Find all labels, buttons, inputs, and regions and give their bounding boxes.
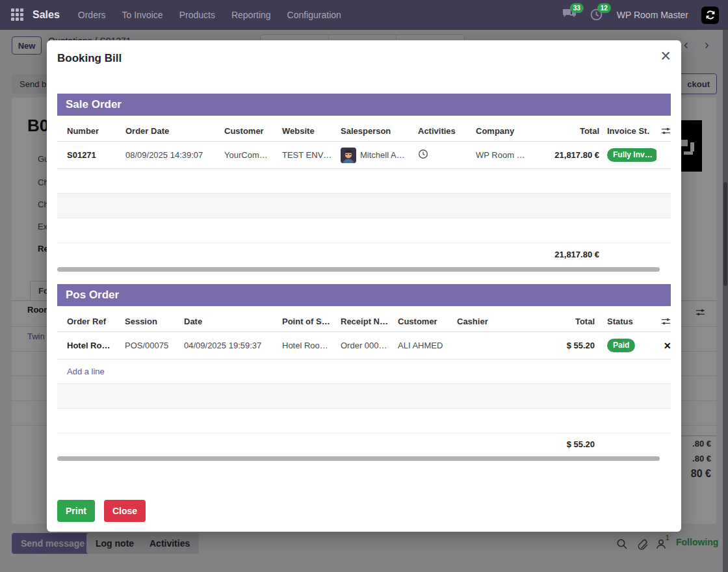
sale-order-header-row: Number Order Date Customer Website Sales… bbox=[57, 121, 671, 142]
total-cell: $ 55.20 bbox=[522, 341, 595, 350]
invoice-status-cell: Fully Inv… bbox=[599, 148, 656, 162]
invoice-status-badge: Fully Inv… bbox=[607, 148, 656, 162]
activities-badge: 12 bbox=[597, 3, 611, 13]
pos-order-section-title: Pos Order bbox=[57, 284, 671, 306]
column-header[interactable]: Order Ref bbox=[67, 317, 125, 326]
column-header[interactable]: Cashier bbox=[457, 317, 522, 326]
activity-clock-icon bbox=[418, 149, 428, 159]
empty-row bbox=[57, 169, 671, 194]
activities-cell[interactable] bbox=[418, 149, 476, 161]
point-of-sale-cell: Hotel Roo… bbox=[282, 341, 341, 350]
nav-products[interactable]: Products bbox=[179, 10, 215, 20]
customer-cell: YourCom… bbox=[224, 150, 282, 160]
nav-configuration[interactable]: Configuration bbox=[287, 10, 341, 20]
app-name[interactable]: Sales bbox=[32, 9, 60, 21]
navbar-systray: 33 12 WP Room Master bbox=[562, 6, 728, 24]
sync-icon[interactable] bbox=[701, 6, 719, 24]
nav-reporting[interactable]: Reporting bbox=[231, 10, 271, 20]
horizontal-scrollbar[interactable] bbox=[57, 267, 660, 272]
empty-row bbox=[57, 218, 671, 243]
column-header[interactable]: Order Date bbox=[125, 126, 224, 136]
column-header[interactable]: Receipt N… bbox=[341, 317, 398, 326]
activities-icon[interactable]: 12 bbox=[590, 8, 604, 22]
booking-bill-dialog: Booking Bill × Sale Order Number Order D… bbox=[47, 40, 681, 532]
dialog-body: Sale Order Number Order Date Customer We… bbox=[47, 94, 681, 461]
customer-cell: ALI AHMED bbox=[398, 341, 457, 350]
status-badge: Paid bbox=[607, 339, 635, 352]
column-header[interactable]: Website bbox=[282, 126, 341, 136]
status-cell: Paid bbox=[595, 339, 654, 352]
session-cell: POS/00075 bbox=[125, 341, 184, 350]
empty-row bbox=[57, 384, 671, 409]
date-cell: 04/09/2025 19:59:37 bbox=[184, 341, 282, 350]
column-header[interactable]: Customer bbox=[224, 126, 282, 136]
apps-menu-icon[interactable] bbox=[11, 8, 24, 21]
column-header[interactable]: Total bbox=[541, 126, 599, 136]
delete-cell: × bbox=[654, 340, 671, 352]
pos-order-total: $ 55.20 bbox=[67, 439, 595, 449]
add-a-line-link[interactable]: Add a line bbox=[67, 367, 105, 376]
optional-columns-icon[interactable] bbox=[654, 317, 671, 326]
screen: { "colors": { "navbar_bg": "#3e3b52", "s… bbox=[0, 0, 728, 572]
avatar bbox=[341, 148, 356, 163]
sale-order-section-title: Sale Order bbox=[57, 94, 671, 116]
messages-icon[interactable]: 33 bbox=[562, 8, 577, 22]
company-switcher[interactable]: WP Room Master bbox=[617, 10, 688, 20]
number-cell: S01271 bbox=[67, 150, 125, 160]
order-date-cell: 08/09/2025 14:39:07 bbox=[125, 150, 224, 160]
column-header[interactable]: Date bbox=[184, 317, 282, 326]
print-button[interactable]: Print bbox=[57, 500, 95, 522]
salesperson-name: Mitchell A… bbox=[360, 150, 405, 160]
company-cell: WP Room … bbox=[476, 150, 541, 160]
empty-row bbox=[57, 194, 671, 218]
pos-order-header-row: Order Ref Session Date Point of S… Recei… bbox=[57, 311, 671, 332]
dialog-title: Booking Bill bbox=[57, 52, 671, 65]
nav-orders[interactable]: Orders bbox=[78, 10, 106, 20]
sale-order-row[interactable]: S01271 08/09/2025 14:39:07 YourCom… TEST… bbox=[57, 142, 671, 169]
sale-order-total: 21,817.80 € bbox=[67, 250, 599, 259]
optional-columns-icon[interactable] bbox=[656, 126, 671, 136]
website-cell: TEST ENV… bbox=[282, 150, 341, 160]
salesperson-cell: Mitchell A… bbox=[341, 148, 418, 163]
empty-row bbox=[57, 409, 671, 434]
column-header[interactable]: Invoice St. bbox=[599, 126, 656, 136]
top-navbar: Sales Orders To Invoice Products Reporti… bbox=[0, 0, 728, 30]
column-header[interactable]: Point of S… bbox=[282, 317, 341, 326]
pos-order-footer: $ 55.20 bbox=[57, 434, 671, 454]
dialog-footer: Print Close bbox=[47, 461, 681, 522]
column-header[interactable]: Number bbox=[67, 126, 125, 136]
delete-row-icon[interactable]: × bbox=[664, 340, 671, 352]
messages-badge: 33 bbox=[570, 3, 584, 13]
horizontal-scrollbar[interactable] bbox=[57, 456, 660, 461]
receipt-number-cell: Order 000… bbox=[341, 341, 398, 350]
column-header[interactable]: Session bbox=[125, 317, 184, 326]
column-header[interactable]: Status bbox=[595, 317, 654, 326]
close-icon[interactable]: × bbox=[660, 46, 671, 66]
column-header[interactable]: Salesperson bbox=[341, 126, 418, 136]
add-line-row: Add a line bbox=[57, 359, 671, 384]
column-header[interactable]: Company bbox=[476, 126, 541, 136]
pos-order-table: Order Ref Session Date Point of S… Recei… bbox=[57, 311, 671, 461]
sale-order-footer: 21,817.80 € bbox=[57, 243, 671, 265]
sale-order-table: Number Order Date Customer Website Sales… bbox=[57, 121, 671, 272]
pos-order-row[interactable]: Hotel Ro… POS/00075 04/09/2025 19:59:37 … bbox=[57, 332, 671, 359]
nav-to-invoice[interactable]: To Invoice bbox=[122, 10, 163, 20]
column-header[interactable]: Activities bbox=[418, 126, 476, 136]
order-ref-cell: Hotel Ro… bbox=[67, 341, 125, 350]
total-cell: 21,817.80 € bbox=[541, 150, 599, 160]
close-button[interactable]: Close bbox=[104, 500, 146, 522]
dialog-header: Booking Bill × bbox=[47, 40, 681, 74]
column-header[interactable]: Total bbox=[522, 317, 595, 326]
column-header[interactable]: Customer bbox=[398, 317, 457, 326]
